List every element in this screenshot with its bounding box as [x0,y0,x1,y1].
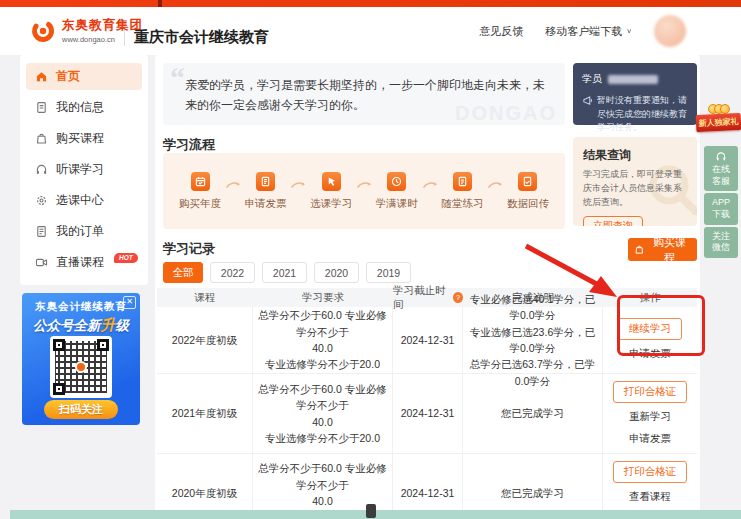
section-title-process: 学习流程 [163,136,215,154]
headset-icon [715,151,727,162]
app-download-button[interactable]: APP下载 [704,193,738,224]
scan-follow-button[interactable]: 扫码关注 [44,400,118,419]
sidebar-item-label: 选课中心 [56,192,104,209]
process-step: 数据回传 [507,172,549,211]
sidebar-item-label: 直播课程 [56,254,104,271]
sidebar-item-course-center[interactable]: 选课中心 [20,185,148,216]
hot-badge: HOT [114,253,138,263]
sidebar-item-home[interactable]: 首页 [26,63,142,90]
tab-2022[interactable]: 2022 [210,262,255,283]
continue-learning-button[interactable]: 继续学习 [618,318,682,340]
cell-actions: 继续学习 申请发票 [603,307,697,374]
qr-code [50,336,112,398]
result-query-title: 结果查询 [583,147,687,164]
help-icon[interactable]: ? [453,292,463,303]
flow-arrow-icon [290,178,306,190]
flow-arrow-icon [487,178,503,190]
follow-wechat-button[interactable]: 关注微信 [704,227,738,258]
avatar[interactable] [654,15,686,47]
tab-all[interactable]: 全部 [163,262,203,283]
shopping-bag-icon [634,244,645,255]
col-course: 课程 [157,288,253,307]
sidebar: 首页 我的信息 购买课程 听课学习 选课中心 我的订单 直播课程 HOT [20,55,148,285]
student-label: 学员 [582,72,602,86]
site-header: 东奥教育集团 www.dongao.cn 重庆市会计继续教育 意见反馈 移动客户… [0,7,741,55]
welcome-banner: “ 亲爱的学员，学习是需要长期坚持的，一步一个脚印地走向未来，未来的你一定会感谢… [163,63,565,125]
view-courses-link[interactable]: 查看课程 [629,488,671,504]
apply-invoice-link[interactable]: 申请发票 [629,345,671,361]
buy-course-button[interactable]: 购买课程 [628,238,697,261]
cell-requirement: 总学分不少于60.0 专业必修学分不少于 40.0 专业选修学分不少于20.0 [253,374,393,454]
cell-completion: 您已完成学习 [463,374,603,454]
tab-2021[interactable]: 2021 [262,262,307,283]
feedback-link[interactable]: 意见反馈 [479,24,523,39]
invoice-icon [256,172,275,191]
sidebar-item-label: 首页 [56,68,80,85]
year-tabs: 全部 2022 2021 2020 2019 [163,262,411,283]
floating-services: 在线客服 APP下载 关注微信 [704,146,738,258]
learning-process: 购买年度 申请发票 选课学习 学满课时 随堂练习 [163,153,565,229]
qr-center-logo [75,361,87,373]
promo-subtitle: 公众号全新升级 [22,316,140,335]
sidebar-item-label: 购买课程 [56,130,104,147]
tab-2019[interactable]: 2019 [366,262,411,283]
sidebar-item-label: 听课学习 [56,161,104,178]
cursor-click-icon [322,172,341,191]
process-step: 随堂练习 [441,172,483,211]
sidebar-item-live-courses[interactable]: 直播课程 HOT [20,247,148,278]
result-query-panel: 结果查询 学习完成后，即可登录重庆市会计人员信息采集系统后查询。 立即查询 [573,137,697,226]
app-download-menu[interactable]: 移动客户端下载 ∨ [545,24,632,39]
col-deadline: 学习截止时间 ? [393,288,463,307]
query-now-button[interactable]: 立即查询 [583,216,643,226]
online-service-button[interactable]: 在线客服 [704,146,738,191]
records-table: 课程 学习要求 学习截止时间 ? 完成说明 操作 2022年度初级 总学分不少于… [157,288,697,519]
live-video-icon [34,256,48,270]
close-icon[interactable]: ✕ [123,296,136,309]
print-certificate-button[interactable]: 打印合格证 [613,461,688,483]
newuser-gift-badge[interactable]: 新人独家礼 [696,100,741,131]
brand-logo[interactable]: 东奥教育集团 www.dongao.cn [30,17,143,44]
quote-icon: “ [170,61,185,95]
cell-course: 2021年度初级 [157,374,253,454]
sidebar-item-my-info[interactable]: 我的信息 [20,92,148,123]
gift-coins-icon [696,100,741,114]
dongao-watermark: DONGAO [455,102,557,125]
flow-arrow-icon [356,178,372,190]
redacted-student-name [608,75,658,84]
result-query-desc: 学习完成后，即可登录重庆市会计人员信息采集系统后查询。 [583,168,687,210]
progress-tick [158,0,162,7]
notice-horn-icon [582,95,593,106]
sidebar-item-listen-learn[interactable]: 听课学习 [20,154,148,185]
flow-arrow-icon [422,178,438,190]
col-requirement: 学习要求 [253,288,393,307]
clock-icon [387,172,406,191]
profile-doc-icon [34,101,48,115]
table-row: 2021年度初级 总学分不少于60.0 专业必修学分不少于 40.0 专业选修学… [157,374,697,454]
relearn-link[interactable]: 重新学习 [629,408,671,424]
chevron-down-icon: ∨ [626,27,632,34]
headphones-icon [34,163,48,177]
cell-course: 2022年度初级 [157,307,253,374]
print-certificate-button[interactable]: 打印合格证 [613,381,688,403]
student-notice-panel: 学员 暂时没有重要通知，请尽快完成您的继续教育学习任务。 [573,63,697,125]
sidebar-item-label: 我的订单 [56,223,104,240]
apply-invoice-link[interactable]: 申请发票 [629,430,671,446]
header-divider [124,30,125,46]
sidebar-item-my-orders[interactable]: 我的订单 [20,216,148,247]
cell-actions: 打印合格证 重新学习 申请发票 [603,374,697,454]
table-header-row: 课程 学习要求 学习截止时间 ? 完成说明 操作 [157,288,697,307]
brand-name: 东奥教育集团 [62,17,143,34]
col-actions: 操作 [603,288,697,307]
process-step: 购买年度 [179,172,221,211]
dongao-swirl-icon [30,18,56,44]
page-title: 重庆市会计继续教育 [134,28,269,47]
order-list-icon [34,225,48,239]
gift-ribbon-label: 新人独家礼 [696,113,741,132]
tab-2020[interactable]: 2020 [314,262,359,283]
exercise-icon [453,172,472,191]
cell-deadline: 2024-12-31 [393,307,463,374]
bottom-handle[interactable] [366,504,376,518]
sidebar-item-buy-courses[interactable]: 购买课程 [20,123,148,154]
section-title-records: 学习记录 [163,240,215,258]
table-row: 2022年度初级 总学分不少于60.0 专业必修学分不少于 40.0 专业选修学… [157,307,697,374]
